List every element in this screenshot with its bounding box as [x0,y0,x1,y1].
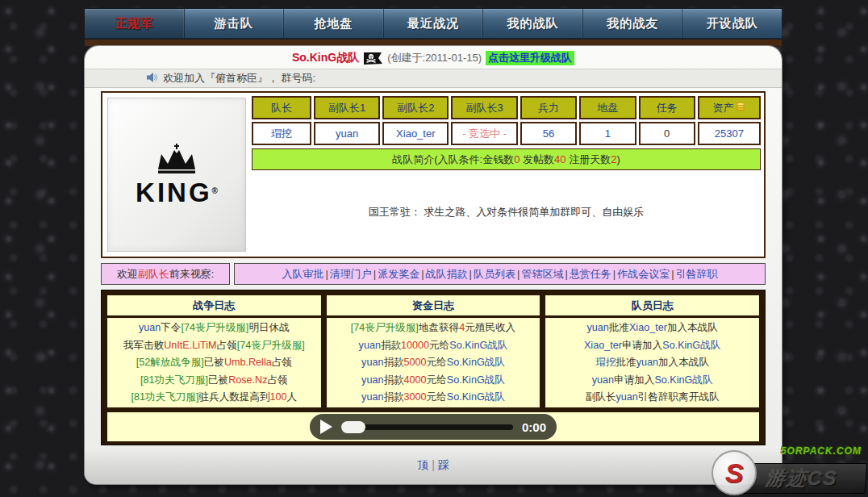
nav-tab-1[interactable]: 正规军 [85,9,185,38]
column-header-label: 副队长2 [397,101,434,115]
log-line: yuan申请加入So.KinG战队 [548,372,757,390]
column-header-label: 兵力 [538,101,559,115]
text-segment: 引咎辞职离开战队 [638,391,720,403]
nav-tab-6[interactable]: 我的战友 [583,9,683,38]
column-header-1: 队长 [252,96,311,119]
text-segment: 100 [270,391,287,403]
panel-title-row: So.KinG战队 (创建于:2011-01-15) 点击这里升级战队 [85,46,782,67]
text-segment: 批准 [609,322,629,333]
text-segment: yuan [359,340,381,351]
text-segment: 驻兵人数提高到 [198,391,269,403]
text-segment: 捐款 [383,357,403,368]
text-segment: [81功夫飞刀服] [140,374,208,386]
link-separator: | [373,268,376,280]
table-value-6: 1 [579,122,636,145]
text-segment: 申请加入 [622,340,662,351]
log-line: 瑁挖批准yuan加入本战队 [548,354,757,372]
text-segment: 申请加入 [614,374,654,386]
text-segment: 欢迎 [117,267,138,282]
text-segment: 5000 [404,357,427,368]
column-header-label: 队长 [271,101,292,115]
vote-link-1[interactable]: 顶 [417,458,428,471]
link-separator: | [469,268,472,280]
log-column-funds: 资金日志[74丧尸升级服]地盘获得4元殖民收入yuan捐款10000元给So.K… [327,295,540,407]
text-segment: 元给 [429,340,449,351]
log-line: yuan捐款10000元给So.KinG战队 [329,337,538,355]
table-value-4: - 竞选中 - [451,122,517,145]
slider-thumb[interactable] [341,421,365,433]
column-header-5: 兵力 [520,96,577,119]
text-segment: 元给 [427,374,447,386]
audio-player-row: 0:00 [107,412,759,441]
audio-player: 0:00 [310,414,557,440]
text-segment: So.KinG战队 [662,340,720,351]
vote-link-2[interactable]: 踩 [438,458,449,471]
column-header-2: 副队长1 [314,96,380,119]
panel-content: KING® 队长副队长1副队长2副队长3兵力地盘任务资产 瑁挖yuanXiao_… [85,88,782,445]
playback-time: 0:00 [522,420,546,434]
text-segment: Rose.Nz [228,374,267,386]
manage-link-9[interactable]: 引咎辞职 [676,267,718,282]
link-separator: | [671,268,674,280]
log-title-war: 战争日志 [107,295,321,315]
table-value-5: 56 [520,122,577,145]
text-segment: 3000 [404,391,427,403]
manage-link-6[interactable]: 管辖区域 [521,267,563,282]
nav-tab-2[interactable]: 游击队 [185,9,285,38]
text-segment: 批准 [616,357,636,368]
log-line: [81功夫飞刀服]已被Rose.Nz占领 [110,372,319,390]
log-title-members: 队员日志 [545,295,759,315]
watermark-site-text: 5ORPACK.COM [781,445,862,457]
table-value-1: 瑁挖 [252,122,311,145]
log-line: [81功夫飞刀服]驻兵人数提高到100人 [110,389,319,407]
text-segment: [81功夫飞刀服] [131,391,198,403]
watermark-logo: 5ORPACK.COM 游迹CS S [712,445,866,495]
crown-icon [152,144,202,178]
nav-bottom-strip [85,40,782,46]
panel-footer: 顶 | 踩 [85,447,782,484]
manage-link-7[interactable]: 悬赏任务 [570,267,611,282]
nav-tab-3[interactable]: 抢地盘 [284,9,384,38]
play-icon[interactable] [320,420,332,434]
vote-links: 顶 | 踩 [417,458,449,473]
log-body-funds: [74丧尸升级服]地盘获得4元殖民收入yuan捐款10000元给So.KinG战… [327,318,540,407]
text-segment: [74丧尸升级服] [237,340,305,351]
registered-mark: ® [212,186,218,195]
manage-link-5[interactable]: 队员列表 [474,267,515,282]
manage-link-4[interactable]: 战队捐款 [426,267,468,282]
text-segment: UnItE.LiTiM [164,340,216,351]
column-header-label: 副队长3 [465,101,503,115]
log-line: [74丧尸升级服]地盘获得4元殖民收入 [329,320,538,337]
text-segment: 捐款 [381,340,401,351]
column-header-label: 任务 [657,101,678,115]
team-name: So.KinG战队 [292,51,359,65]
log-line: yuan批准Xiao_ter加入本战队 [548,320,757,337]
text-segment: So.KinG战队 [449,340,507,351]
manage-link-2[interactable]: 清理门户 [330,267,372,282]
column-header-label: 副队长1 [328,101,365,115]
column-header-4: 副队长3 [451,96,517,119]
seek-slider[interactable] [341,424,513,430]
nav-tab-7[interactable]: 开设战队 [682,9,782,38]
team-panel: So.KinG战队 (创建于:2011-01-15) 点击这里升级战队 [85,46,782,484]
table-value-8: 25307 [698,122,761,145]
column-header-7: 任务 [639,96,695,119]
team-logo: KING® [107,98,246,252]
text-segment: 瑁挖 [595,357,616,368]
nav-tab-5[interactable]: 我的战队 [483,9,583,38]
nav-tab-4[interactable]: 最近战况 [384,9,484,38]
table-value-2: yuan [314,122,380,145]
manage-link-1[interactable]: 入队审批 [282,267,323,282]
log-line: yuan下令[74丧尸升级服]明日休战 [110,320,319,337]
text-segment: 40 [554,153,565,165]
log-column-members: 队员日志yuan批准Xiao_ter加入本战队Xiao_ter申请加入So.Ki… [545,295,759,407]
table-value-3: Xiao_ter [382,122,449,145]
text-segment: Xiao_ter [629,322,667,333]
team-description: 国王常驻： 求生之路、入对条件很简单加群即可、自由娱乐 [252,170,761,253]
text-segment: So.KinG战队 [447,391,505,403]
text-segment: 副队长 [586,391,616,403]
link-separator: | [613,268,616,280]
upgrade-team-link[interactable]: 点击这里升级战队 [486,51,574,65]
manage-link-3[interactable]: 派发奖金 [378,267,419,282]
manage-link-8[interactable]: 作战会议室 [617,267,670,282]
